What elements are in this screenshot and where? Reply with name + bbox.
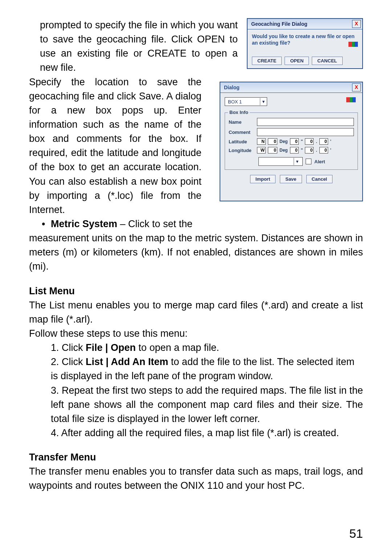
alert-checkbox[interactable]	[306, 159, 311, 164]
deg-unit: Deg	[279, 148, 288, 153]
step-text: to open a map file.	[136, 342, 219, 353]
close-icon[interactable]: X	[352, 83, 361, 91]
latitude-label: Latitude	[229, 139, 255, 144]
longitude-min-input[interactable]	[290, 147, 299, 153]
box-select-value: BOX 1	[225, 99, 260, 105]
paragraph: prompted to specify the file in which yo…	[29, 18, 238, 75]
longitude-label: Longitude	[229, 148, 255, 153]
flag-icon	[346, 97, 356, 102]
bullet-bold: Metric System	[51, 218, 117, 229]
step-4: 4. After adding all the required files, …	[29, 426, 363, 440]
create-button[interactable]: CREATE	[252, 57, 282, 65]
dot: .	[316, 139, 317, 144]
dot: .	[316, 148, 317, 153]
latitude-frac-input[interactable]	[319, 138, 328, 145]
longitude-dir-input[interactable]	[257, 147, 266, 153]
geocaching-file-dialog: Geocaching File Dialog X Would you like …	[247, 18, 363, 69]
chevron-down-icon: ▼	[294, 158, 301, 165]
flag-icon	[348, 42, 358, 47]
step-1: 1. Click File | Open to open a map file.	[29, 341, 363, 355]
fieldset-legend: Box Info	[228, 110, 250, 115]
close-icon[interactable]: X	[352, 20, 361, 28]
import-button[interactable]: Import	[250, 175, 275, 183]
dialog-title: Geocaching File Dialog	[251, 21, 307, 27]
box-select[interactable]: BOX 1 ▼	[225, 97, 267, 106]
cancel-button[interactable]: CANCEL	[312, 57, 342, 65]
comment-input[interactable]	[257, 128, 354, 136]
dialog-button-row: CREATE OPEN CANCEL	[252, 57, 343, 65]
paragraph: Follow these steps to use this menu:	[29, 327, 363, 341]
name-label: Name	[229, 119, 255, 125]
cancel-button[interactable]: Cancel	[306, 175, 333, 183]
name-input[interactable]	[257, 118, 354, 126]
paragraph: The transfer menu enables you to transfe…	[29, 464, 363, 493]
step-command: List | Add An Item	[86, 356, 168, 367]
page: Geocaching File Dialog X Would you like …	[0, 0, 392, 553]
second-symbol: '	[330, 139, 331, 144]
page-number: 51	[349, 527, 363, 541]
dialog-prompt: Would you like to create a new file or o…	[252, 33, 358, 46]
minute-symbol: "	[301, 139, 303, 144]
box-info-dialog: Dialog X BOX 1 ▼ Box Info Name Comment	[220, 82, 363, 201]
step-text: 1. Click	[51, 342, 86, 353]
step-command: File | Open	[86, 342, 136, 353]
dialog-body: Would you like to create a new file or o…	[248, 29, 362, 69]
latitude-dir-input[interactable]	[257, 138, 266, 145]
dialog-button-row: Import Save Cancel	[225, 175, 358, 183]
comment-label: Comment	[229, 130, 255, 135]
bullet-rest-line: – Click to set the	[117, 218, 192, 229]
step-2: 2. Click List | Add An Item to add the f…	[29, 355, 363, 383]
dialog-title: Dialog	[224, 85, 240, 90]
latitude-whole-input[interactable]	[305, 138, 314, 145]
second-symbol: '	[330, 148, 331, 153]
paragraph: The List menu enables you to merge map c…	[29, 298, 363, 327]
longitude-whole-input[interactable]	[305, 147, 314, 153]
open-button[interactable]: OPEN	[285, 57, 309, 65]
step-3: 3. Repeat the first two steps to add the…	[29, 384, 363, 426]
latitude-min-input[interactable]	[290, 138, 299, 145]
box-info-fieldset: Box Info Name Comment Latitude Deg "	[225, 112, 358, 170]
dialog-titlebar: Geocaching File Dialog X	[248, 19, 362, 29]
bullet-item: Metric System – Click to set the	[29, 217, 363, 231]
paragraph: Specify the location to save the geocach…	[29, 75, 201, 217]
save-button[interactable]: Save	[280, 175, 302, 183]
transfer-menu-heading: Transfer Menu	[29, 450, 363, 464]
minute-symbol: "	[301, 148, 303, 153]
list-menu-heading: List Menu	[29, 284, 363, 298]
latitude-deg-input[interactable]	[268, 138, 277, 145]
longitude-deg-input[interactable]	[268, 147, 277, 153]
step-text: 2. Click	[51, 356, 86, 367]
alert-label: Alert	[314, 159, 325, 164]
longitude-frac-input[interactable]	[319, 147, 328, 153]
deg-unit: Deg	[279, 139, 288, 144]
paragraph: measurement units on the map to the metr…	[29, 231, 363, 274]
dialog-body: BOX 1 ▼ Box Info Name Comment Latitude	[220, 93, 362, 201]
alert-type-select[interactable]: ▼	[258, 157, 303, 166]
dialog-titlebar: Dialog X	[220, 82, 362, 93]
chevron-down-icon: ▼	[260, 98, 267, 105]
